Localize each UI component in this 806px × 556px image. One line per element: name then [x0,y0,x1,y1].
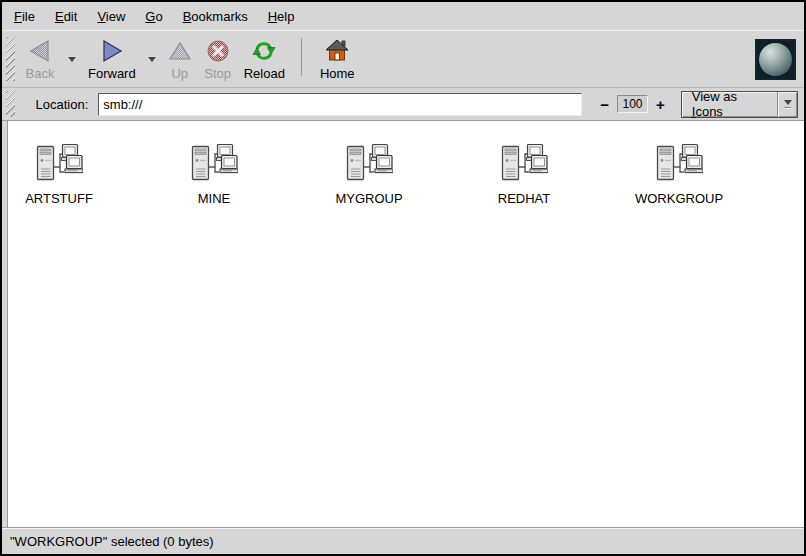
home-label: Home [320,66,355,81]
icon-grid: ARTSTUFF [2,121,804,206]
file-item-mine[interactable]: MINE [166,143,262,206]
zoom-control: − 100 + [596,95,669,113]
stop-button[interactable]: Stop [198,35,238,83]
up-button[interactable]: Up [162,35,198,83]
file-item-label: REDHAT [498,191,550,206]
file-item-label: ARTSTUFF [25,191,93,206]
location-label: Location: [36,97,89,112]
forward-label: Forward [88,66,136,81]
file-item-label: MINE [198,191,231,206]
reload-icon [252,37,276,65]
forward-history-dropdown[interactable] [144,39,160,79]
toolbar-separator [301,38,302,76]
menu-go[interactable]: Go [135,4,172,29]
location-bar: Location: − 100 + View as Icons [2,87,804,120]
status-bar: "WORKGROUP" selected (0 bytes) [2,527,804,554]
status-text: "WORKGROUP" selected (0 bytes) [10,534,214,549]
stop-label: Stop [204,66,231,81]
menu-view[interactable]: View [87,4,135,29]
content-left-gutter [2,121,8,527]
file-manager-window: File Edit View Go Bookmarks Help Back [0,0,806,556]
home-icon [325,37,349,65]
chevron-down-icon [68,57,76,62]
menu-edit[interactable]: Edit [45,4,87,29]
network-workgroup-icon [656,143,703,186]
chevron-down-icon [148,57,156,62]
throbber-icon [755,39,796,80]
toolbar-drag-handle[interactable] [6,37,15,81]
file-view[interactable]: ARTSTUFF [2,120,804,527]
menubar: File Edit View Go Bookmarks Help [2,2,804,30]
menu-help[interactable]: Help [258,4,305,29]
file-item-label: WORKGROUP [635,191,723,206]
location-input[interactable] [98,93,582,116]
dropdown-indicator-icon [778,100,797,109]
menu-bookmarks[interactable]: Bookmarks [173,4,258,29]
reload-label: Reload [244,66,285,81]
file-item-label: MYGROUP [335,191,402,206]
zoom-out-button[interactable]: − [596,96,613,113]
back-icon [28,37,52,65]
view-as-dropdown[interactable]: View as Icons [681,91,798,118]
forward-button[interactable]: Forward [82,35,142,83]
up-label: Up [171,66,188,81]
locationbar-drag-handle[interactable] [6,91,15,117]
back-history-dropdown[interactable] [64,39,80,79]
network-workgroup-icon [346,143,393,186]
reload-button[interactable]: Reload [238,35,291,83]
stop-icon [206,37,230,65]
zoom-in-button[interactable]: + [652,96,669,113]
forward-icon [100,37,124,65]
zoom-level-indicator[interactable]: 100 [617,95,648,113]
back-button[interactable]: Back [18,35,62,83]
view-as-label: View as Icons [692,89,777,119]
back-label: Back [26,66,55,81]
file-item-mygroup[interactable]: MYGROUP [321,143,417,206]
file-item-workgroup[interactable]: WORKGROUP [631,143,727,206]
network-workgroup-icon [191,143,238,186]
file-item-redhat[interactable]: REDHAT [476,143,572,206]
up-icon [168,37,192,65]
file-item-artstuff[interactable]: ARTSTUFF [11,143,107,206]
home-button[interactable]: Home [314,35,361,83]
toolbar: Back Forward [2,30,804,87]
network-workgroup-icon [501,143,548,186]
network-workgroup-icon [36,143,83,186]
menu-file[interactable]: File [4,4,45,29]
